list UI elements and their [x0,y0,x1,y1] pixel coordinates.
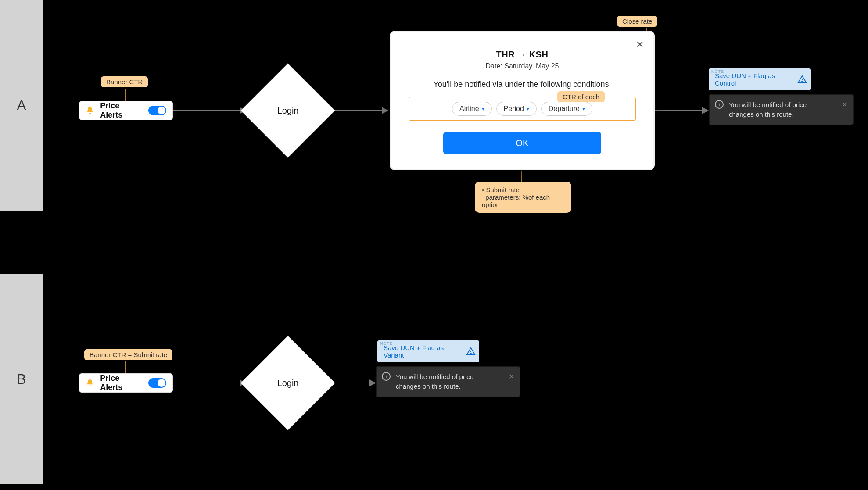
price-alerts-banner-b[interactable]: Price Alerts [79,373,173,393]
note-variant: NOTE Save UUN + Flag as Variant [377,340,479,362]
close-icon[interactable]: ✕ [636,39,644,50]
bell-icon [86,379,94,387]
toast-b: i You will be notified of price changes … [376,366,520,397]
lane-a-label: A [17,97,26,114]
lane-a-tab: A [0,0,43,211]
toast-text: You will be notified of price changes on… [729,101,807,118]
price-alerts-banner[interactable]: Price Alerts [79,101,173,120]
airline-dropdown[interactable]: Airline [452,102,491,116]
login-decision-label: Login [255,350,321,416]
toast-a: i You will be notified of price changes … [709,94,854,125]
svg-point-11 [802,81,803,82]
close-icon[interactable]: ✕ [842,100,847,110]
login-decision-b: Login [241,336,335,430]
price-alerts-label: Price Alerts [100,374,142,392]
info-icon: i [382,372,391,381]
route-heading: THR → KSH [409,50,636,60]
annotation-close-rate: Close rate [617,16,657,27]
warning-icon [797,75,807,84]
departure-dropdown[interactable]: Departure [541,102,592,116]
bell-icon [86,106,94,115]
note-control-text: Save UUN + Flag as Control [715,72,793,87]
annotation-submit-rate: • Submit rate parameters: %of each optio… [475,182,571,213]
lane-b-tab: B [0,274,43,484]
close-icon[interactable]: ✕ [509,372,514,382]
warning-icon [466,347,476,356]
login-decision-label: Login [255,78,321,143]
toast-text: You will be notified of price changes on… [396,373,473,390]
annotation-ctr-each: CTR of each [557,91,605,102]
period-dropdown[interactable]: Period [496,102,537,116]
modal-date: Date: Saturday, May 25 [409,62,636,70]
note-variant-text: Save UUN + Flag as Variant [384,344,462,359]
ok-button[interactable]: OK [443,132,601,154]
annotation-banner-ctr: Banner CTR [101,76,148,87]
lane-b-label: B [17,371,26,387]
svg-point-13 [470,353,471,354]
conditions-modal: ✕ THR → KSH Date: Saturday, May 25 You'l… [390,31,655,170]
note-control: NOTE Save UUN + Flag as Control [709,68,811,90]
info-icon: i [715,100,724,109]
price-alerts-toggle[interactable] [148,378,166,388]
price-alerts-label: Price Alerts [100,101,142,120]
login-decision: Login [241,64,335,158]
modal-subtitle: You'll be notified via under the followi… [409,80,636,89]
annotation-banner-ctr-eq: Banner CTR = Submit rate [84,349,172,360]
price-alerts-toggle[interactable] [148,106,166,115]
